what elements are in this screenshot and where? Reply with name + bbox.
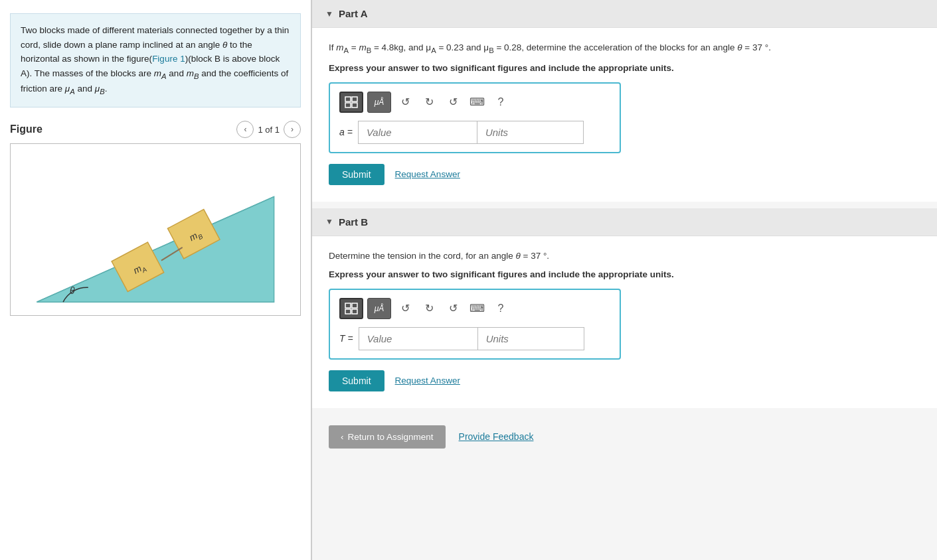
part-a-toggle-icon: ▼ — [325, 9, 333, 19]
part-a-action-row: Submit Request Answer — [329, 164, 920, 185]
part-a-submit-button[interactable]: Submit — [329, 164, 384, 185]
part-b-label: T = — [339, 333, 353, 344]
part-b-title: Part B — [339, 216, 368, 228]
part-b-action-row: Submit Request Answer — [329, 370, 920, 391]
muA-symbol: μA — [65, 84, 75, 94]
part-a-mu-btn[interactable]: μÅ — [367, 92, 391, 113]
part-b-answer-box: μÅ ↺ ↻ ↺ ⌨ ? T = — [329, 289, 621, 360]
provide-feedback-button[interactable]: Provide Feedback — [459, 431, 534, 442]
svg-rect-12 — [345, 303, 351, 308]
theta-symbol: θ — [222, 40, 227, 50]
right-panel: ▼ Part A If mA = mB = 4.8kg, and μA = 0.… — [312, 0, 937, 560]
svg-rect-8 — [345, 97, 351, 102]
part-b-instruction: Express your answer to two significant f… — [329, 269, 920, 279]
part-b-value-input[interactable] — [359, 327, 478, 350]
svg-text:θ: θ — [70, 285, 75, 296]
figure-container: mA mB θ — [10, 143, 301, 316]
part-b-question: Determine the tension in the cord, for a… — [329, 249, 920, 263]
part-b-keyboard-btn[interactable]: ⌨ — [467, 299, 487, 318]
part-b-content: Determine the tension in the cord, for a… — [312, 236, 937, 408]
part-a-section: ▼ Part A If mA = mB = 4.8kg, and μA = 0.… — [312, 0, 937, 202]
figure-title: Figure — [10, 123, 43, 135]
return-to-assignment-label: Return to Assignment — [348, 432, 434, 442]
part-b-toggle-icon: ▼ — [325, 217, 333, 226]
svg-rect-10 — [345, 103, 351, 107]
part-a-redo-btn[interactable]: ↻ — [419, 92, 439, 112]
part-a-help-btn[interactable]: ? — [491, 92, 511, 112]
part-b-toolbar: μÅ ↺ ↻ ↺ ⌨ ? — [339, 298, 610, 319]
part-b-request-answer-button[interactable]: Request Answer — [395, 376, 460, 385]
part-a-undo-btn[interactable]: ↺ — [395, 92, 415, 112]
left-panel: Two blocks made of different materials c… — [0, 0, 312, 560]
part-b-refresh-btn[interactable]: ↺ — [443, 299, 463, 318]
part-b-undo-btn[interactable]: ↺ — [395, 299, 415, 318]
part-a-content: If mA = mB = 4.8kg, and μA = 0.23 and μB… — [312, 28, 937, 202]
figure1-link[interactable]: Figure 1 — [152, 54, 185, 64]
part-b-section: ▼ Part B Determine the tension in the co… — [312, 208, 937, 408]
part-a-units-input[interactable] — [477, 121, 584, 144]
figure-prev-button[interactable]: ‹ — [236, 121, 254, 138]
part-a-request-answer-button[interactable]: Request Answer — [395, 169, 460, 179]
figure-nav-count: 1 of 1 — [258, 125, 280, 135]
svg-rect-14 — [345, 309, 351, 314]
part-b-redo-btn[interactable]: ↻ — [419, 299, 439, 318]
bottom-bar: ‹ Return to Assignment Provide Feedback — [312, 415, 937, 459]
part-a-keyboard-btn[interactable]: ⌨ — [467, 92, 487, 112]
part-a-input-row: a = — [339, 121, 610, 144]
mB-symbol: mB — [187, 68, 199, 78]
part-b-header: ▼ Part B — [312, 208, 937, 236]
figure-next-button[interactable]: › — [284, 121, 301, 138]
return-to-assignment-button[interactable]: ‹ Return to Assignment — [329, 425, 446, 449]
part-a-title: Part A — [339, 8, 368, 19]
part-a-value-input[interactable] — [358, 121, 477, 144]
part-b-units-input[interactable] — [478, 327, 584, 350]
part-a-refresh-btn[interactable]: ↺ — [443, 92, 463, 112]
part-b-mu-btn[interactable]: μÅ — [367, 298, 391, 319]
chevron-left-icon: ‹ — [341, 432, 344, 442]
part-a-instruction: Express your answer to two significant f… — [329, 63, 920, 73]
figure-nav: ‹ 1 of 1 › — [236, 121, 301, 138]
part-b-submit-button[interactable]: Submit — [329, 370, 384, 391]
svg-rect-13 — [352, 303, 357, 308]
part-a-toolbar: μÅ ↺ ↻ ↺ ⌨ ? — [339, 92, 610, 113]
part-b-matrix-btn[interactable] — [339, 298, 363, 319]
svg-rect-9 — [352, 97, 357, 102]
svg-rect-15 — [352, 309, 357, 314]
part-a-question: If mA = mB = 4.8kg, and μA = 0.23 and μB… — [329, 41, 920, 56]
svg-rect-11 — [352, 103, 357, 107]
part-a-header: ▼ Part A — [312, 0, 937, 28]
mA-symbol: mA — [154, 68, 167, 78]
figure-svg: mA mB θ — [11, 144, 300, 315]
figure-header: Figure ‹ 1 of 1 › — [10, 121, 301, 138]
part-b-help-btn[interactable]: ? — [491, 299, 511, 318]
part-b-input-row: T = — [339, 327, 610, 350]
part-a-matrix-btn[interactable] — [339, 92, 363, 113]
part-a-answer-box: μÅ ↺ ↻ ↺ ⌨ ? a = — [329, 82, 621, 153]
muB-symbol: μB — [95, 84, 105, 94]
part-a-label: a = — [339, 127, 353, 137]
figure-section: Figure ‹ 1 of 1 › mA — [10, 121, 301, 316]
problem-description: Two blocks made of different materials c… — [10, 13, 301, 107]
